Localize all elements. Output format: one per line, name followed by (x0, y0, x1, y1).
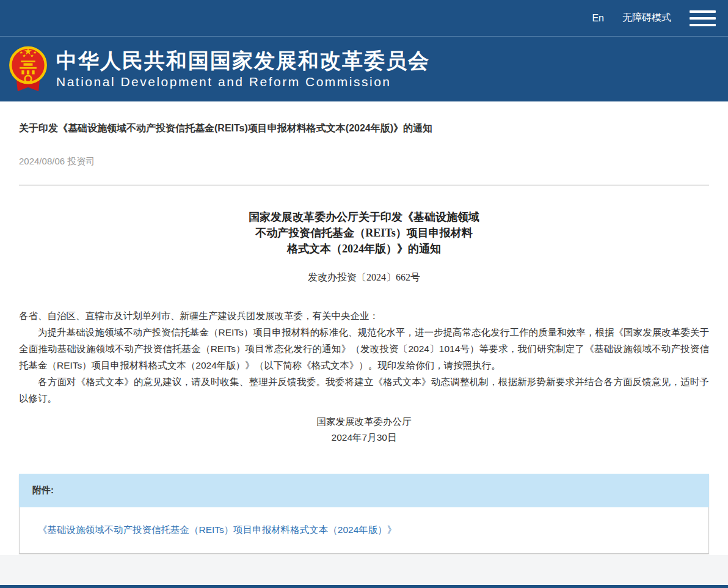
footer-spacer (0, 555, 728, 585)
document-title-line: 国家发展改革委办公厅关于印发《基础设施领域 (19, 209, 709, 225)
signature-organization: 国家发展改革委办公厅 (19, 414, 709, 430)
accessibility-mode-link[interactable]: 无障碍模式 (622, 12, 671, 24)
page-title: 关于印发《基础设施领域不动产投资信托基金(REITs)项目申报材料格式文本(20… (19, 122, 709, 135)
attachment-download-link[interactable]: 《基础设施领域不动产投资信托基金（REITs）项目申报材料格式文本（2024年版… (38, 524, 396, 537)
national-emblem-logo[interactable] (9, 42, 48, 97)
document-number: 发改办投资〔2024〕662号 (19, 271, 709, 284)
attachment-section: 附件: 《基础设施领域不动产投资信托基金（REITs）项目申报材料格式文本（20… (19, 474, 709, 554)
publish-date-and-department: 2024/08/06 投资司 (19, 156, 709, 167)
document-title: 国家发展改革委办公厅关于印发《基础设施领域 不动产投资信托基金（REITs）项目… (19, 209, 709, 257)
document-title-line: 格式文本（2024年版）》的通知 (19, 241, 709, 257)
footer-accent-bar (0, 585, 728, 588)
paragraph-main: 为提升基础设施领域不动产投资信托基金（REITs）项目申报材料的标准化、规范化水… (19, 324, 709, 373)
signature-date: 2024年7月30日 (19, 430, 709, 446)
language-switch-link[interactable]: En (592, 13, 604, 24)
paragraph-salutation: 各省、自治区、直辖市及计划单列市、新疆生产建设兵团发展改革委，有关中央企业： (19, 307, 709, 324)
org-name-english: National Development and Reform Commissi… (56, 75, 430, 89)
document-body: 各省、自治区、直辖市及计划单列市、新疆生产建设兵团发展改革委，有关中央企业： 为… (19, 307, 709, 406)
top-utility-bar: En 无障碍模式 (0, 0, 728, 37)
signature-block: 国家发展改革委办公厅 2024年7月30日 (19, 414, 709, 446)
attachment-list: 《基础设施领域不动产投资信托基金（REITs）项目申报材料格式文本（2024年版… (19, 507, 709, 554)
menu-hamburger-icon[interactable] (690, 4, 716, 33)
attachment-header-label: 附件: (19, 474, 709, 507)
paragraph-feedback: 各方面对《格式文本》的意见建议，请及时收集、整理并反馈我委。我委将建立《格式文本… (19, 373, 709, 406)
title-divider (19, 185, 709, 186)
article-content: 关于印发《基础设施领域不动产投资信托基金(REITs)项目申报材料格式文本(20… (0, 101, 728, 555)
org-name-chinese: 中华人民共和国国家发展和改革委员会 (56, 50, 430, 72)
site-masthead: 中华人民共和国国家发展和改革委员会 National Development a… (0, 37, 728, 101)
document-title-line: 不动产投资信托基金（REITs）项目申报材料 (19, 225, 709, 241)
